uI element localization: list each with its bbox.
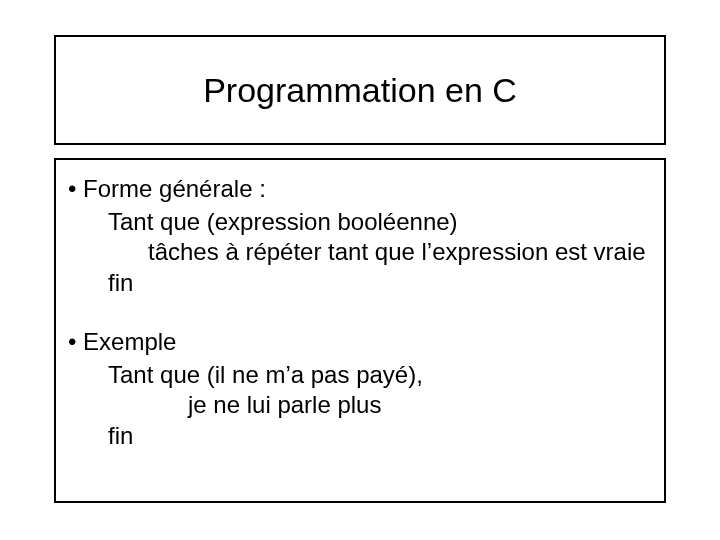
forme-line-2: tâches à répéter tant que l’expression e… [148,237,652,268]
exemple-line-3: fin [108,421,652,452]
body-box: • Forme générale : Tant que (expression … [54,158,666,503]
bullet-forme-generale: • Forme générale : [68,174,652,205]
bullet-exemple: • Exemple [68,327,652,358]
forme-line-3: fin [108,268,652,299]
exemple-line-2: je ne lui parle plus [188,390,652,421]
slide: Programmation en C • Forme générale : Ta… [0,0,720,540]
slide-title: Programmation en C [203,71,517,110]
title-box: Programmation en C [54,35,666,145]
exemple-line-1: Tant que (il ne m’a pas payé), [108,360,652,391]
forme-line-1: Tant que (expression booléenne) [108,207,652,238]
section-spacer [68,299,652,327]
